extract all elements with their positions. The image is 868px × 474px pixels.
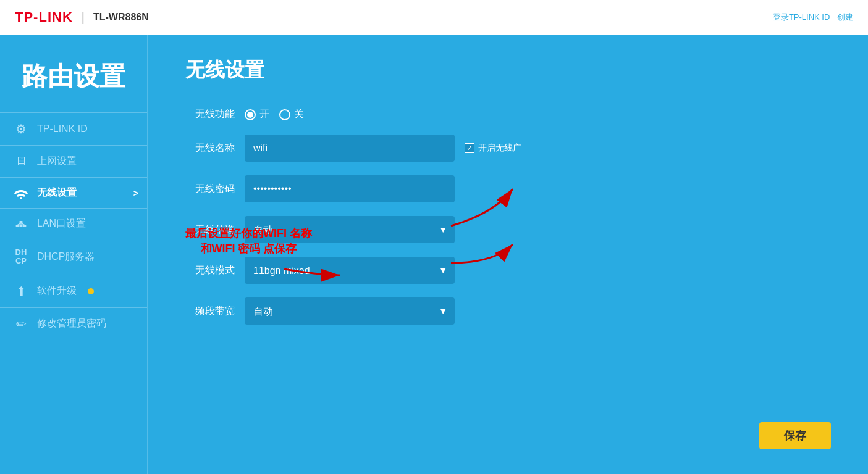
radio-on-label: 开: [259, 108, 269, 121]
sidebar-label-dhcp: DHCP服务器: [37, 251, 95, 264]
radio-off[interactable]: 关: [279, 108, 304, 121]
bandwidth-label: 频段带宽: [185, 305, 235, 318]
header: TP-LINK | TL-WR886N 登录TP-LINK ID 创建: [0, 0, 868, 35]
upgrade-icon: ⬆: [12, 284, 30, 299]
broadcast-text: 开启无线广: [478, 143, 521, 154]
wireless-channel-select[interactable]: 自动: [245, 216, 455, 243]
main-layout: 路由设置 ⚙ TP-LINK ID 🖥 上网设置 无线设置 >: [0, 35, 868, 474]
lan-icon: [12, 218, 30, 230]
bandwidth-select-wrap: 自动 ▼: [245, 297, 455, 325]
header-links: 登录TP-LINK ID 创建: [768, 12, 853, 23]
model-name: TL-WR886N: [93, 12, 149, 23]
svg-rect-2: [20, 225, 23, 227]
radio-on-circle: [245, 109, 256, 120]
radio-off-circle: [279, 109, 290, 120]
radio-on[interactable]: 开: [245, 108, 269, 121]
sidebar-label-upgrade: 软件升级: [37, 285, 77, 297]
wifi-icon: [12, 187, 30, 199]
broadcast-checkbox[interactable]: [465, 143, 474, 153]
content-area: 无线设置 无线功能 开 关 无线名称: [148, 35, 868, 474]
svg-rect-3: [23, 225, 26, 227]
brand-name: TP-LINK: [15, 9, 73, 25]
wireless-name-row: 无线名称 开启无线广: [185, 135, 831, 162]
register-link[interactable]: 创建: [837, 12, 853, 22]
sidebar: 路由设置 ⚙ TP-LINK ID 🖥 上网设置 无线设置 >: [0, 35, 148, 474]
logo-area: TP-LINK | TL-WR886N: [15, 9, 149, 25]
bandwidth-select[interactable]: 自动: [245, 297, 455, 325]
wireless-channel-label: 无线信道: [185, 223, 235, 236]
edit-icon: ✏: [12, 317, 30, 331]
wireless-function-label: 无线功能: [185, 108, 235, 121]
gear-icon: ⚙: [12, 122, 30, 136]
svg-line-5: [17, 223, 21, 225]
sidebar-label-password: 修改管理员密码: [37, 317, 106, 330]
wireless-password-row: 无线密码: [185, 175, 831, 202]
login-link[interactable]: 登录TP-LINK ID: [773, 12, 830, 22]
sidebar-label-tplink-id: TP-LINK ID: [37, 123, 88, 135]
svg-rect-1: [16, 225, 19, 227]
sidebar-title: 路由设置: [0, 35, 147, 112]
svg-point-0: [20, 198, 22, 199]
svg-line-6: [21, 223, 25, 225]
wireless-mode-select-wrap: 11bgn mixed ▼: [245, 257, 455, 284]
enable-broadcast-label: 开启无线广: [465, 143, 521, 154]
logo-divider: |: [82, 10, 85, 25]
monitor-icon: 🖥: [12, 154, 30, 168]
sidebar-label-wireless: 无线设置: [37, 186, 77, 199]
wireless-function-row: 无线功能 开 关: [185, 108, 831, 121]
sidebar-item-wireless[interactable]: 无线设置 >: [0, 177, 147, 208]
wireless-function-radio-group: 开 关: [245, 108, 304, 121]
wireless-name-controls: 开启无线广: [245, 135, 521, 162]
radio-off-label: 关: [294, 108, 304, 121]
wireless-password-input[interactable]: [245, 175, 455, 202]
wireless-password-label: 无线密码: [185, 183, 235, 196]
wireless-mode-label: 无线模式: [185, 264, 235, 277]
sidebar-label-internet: 上网设置: [37, 155, 77, 168]
sidebar-item-tplink-id[interactable]: ⚙ TP-LINK ID: [0, 112, 147, 145]
svg-rect-4: [20, 221, 23, 223]
wireless-channel-select-wrap: 自动 ▼: [245, 216, 455, 243]
wireless-form: 无线功能 开 关 无线名称: [185, 108, 831, 325]
sidebar-item-internet[interactable]: 🖥 上网设置: [0, 145, 147, 177]
chevron-right-icon: >: [133, 188, 138, 198]
sidebar-item-lan[interactable]: LAN口设置: [0, 208, 147, 239]
wireless-channel-row: 无线信道 自动 ▼: [185, 216, 831, 243]
save-button[interactable]: 保存: [759, 422, 831, 449]
sidebar-label-lan: LAN口设置: [37, 217, 86, 230]
sidebar-item-password[interactable]: ✏ 修改管理员密码: [0, 307, 147, 340]
dhcp-icon: DHCP: [12, 248, 30, 266]
wireless-mode-row: 无线模式 11bgn mixed ▼: [185, 257, 831, 284]
upgrade-badge: [88, 288, 94, 294]
page-title: 无线设置: [185, 57, 831, 93]
bandwidth-row: 频段带宽 自动 ▼: [185, 297, 831, 325]
wireless-name-label: 无线名称: [185, 142, 235, 155]
wireless-name-input[interactable]: [245, 135, 455, 162]
wireless-mode-select[interactable]: 11bgn mixed: [245, 257, 455, 284]
sidebar-item-upgrade[interactable]: ⬆ 软件升级: [0, 275, 147, 307]
sidebar-item-dhcp[interactable]: DHCP DHCP服务器: [0, 239, 147, 275]
